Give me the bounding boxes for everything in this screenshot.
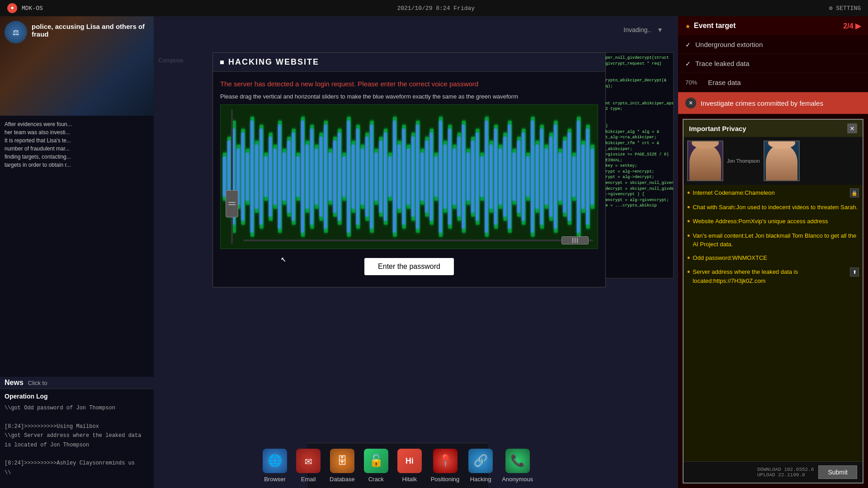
lock-icon[interactable]: 🔒	[850, 188, 859, 197]
character-avatar-male	[764, 141, 800, 181]
bullet-icon: •	[687, 217, 690, 227]
news-icon: ⚖	[5, 21, 27, 43]
svg-rect-113	[370, 125, 373, 229]
topbar-left: ● MDK-OS	[7, 3, 43, 13]
event-list: ✓ Underground extortion ✓ Trace leaked d…	[678, 35, 868, 114]
browser-icon[interactable]: 🌐	[263, 449, 287, 473]
submit-button[interactable]: Submit	[818, 465, 857, 479]
svg-rect-108	[347, 121, 350, 232]
topbar-settings[interactable]: ⚙ SETTING	[829, 5, 861, 12]
log-entry: \\got Odd password of Jon Thompson	[5, 404, 149, 413]
event-target-title: Event target	[694, 22, 736, 30]
operation-log-title: Operation Log	[5, 393, 149, 400]
privacy-close-button[interactable]: ✕	[847, 123, 857, 133]
svg-rect-109	[352, 145, 354, 208]
news-headline: police, accusing Lisa and others of frau…	[32, 23, 149, 38]
privacy-footer: DOWNLOAD 102.6552.6 UPLOAD 22.1199.8 Sub…	[684, 461, 863, 483]
privacy-items-list: • Internet Codename:Chameleon 🔒 • Chat w…	[684, 185, 863, 461]
svg-rect-125	[425, 141, 428, 213]
waveform-container[interactable]	[220, 104, 598, 249]
svg-rect-146	[522, 133, 524, 221]
svg-rect-93	[278, 125, 281, 229]
privacy-item-text: Chat with Sarah:Jon used to indecent vid…	[693, 203, 859, 212]
browser-label: Browser	[264, 476, 286, 483]
svg-rect-160	[586, 129, 589, 225]
svg-rect-141	[499, 149, 501, 205]
taskbar-item-database[interactable]: 🗄 Database	[330, 449, 355, 483]
svg-rect-136	[476, 133, 478, 221]
svg-rect-86	[246, 153, 249, 201]
hitalk-label: Hitalk	[402, 476, 417, 483]
svg-rect-161	[591, 149, 594, 205]
horizontal-slider[interactable]	[243, 236, 593, 245]
news-label-bar: News Click to	[0, 377, 154, 389]
hitalk-icon[interactable]: Hi	[397, 449, 422, 473]
bullet-icon: •	[687, 188, 690, 198]
event-item-investigate[interactable]: ✕ Investigate crimes committed by female…	[678, 92, 868, 114]
hacking-icon[interactable]: 🔗	[468, 449, 493, 473]
v-slider-thumb[interactable]	[226, 190, 238, 217]
svg-rect-155	[563, 141, 566, 213]
log-entry: \\got Server address where the leaked da…	[5, 431, 149, 450]
close-event-icon[interactable]: ✕	[685, 98, 696, 108]
privacy-item-text: Odd password:WNMOXTCE	[693, 253, 859, 263]
privacy-item-text: Van's email content:Let Jon blackmail To…	[693, 231, 859, 249]
email-icon[interactable]: ✉	[296, 449, 321, 473]
taskbar-item-anonymous[interactable]: 📞 Anonymous	[502, 449, 533, 483]
svg-rect-90	[264, 157, 267, 197]
svg-rect-129	[443, 145, 446, 208]
taskbar-item-browser[interactable]: 🌐 Browser	[263, 449, 287, 483]
svg-rect-138	[485, 121, 488, 232]
crack-icon[interactable]: 🔓	[364, 449, 388, 473]
character-avatar-female	[687, 141, 723, 181]
upload-download-info: DOWNLOAD 102.6552.6 UPLOAD 22.1199.8	[757, 467, 814, 478]
database-label: Database	[330, 476, 355, 483]
taskbar-item-positioning[interactable]: 📍 Positioning	[431, 449, 460, 483]
svg-rect-96	[292, 133, 295, 221]
email-label: Email	[301, 476, 316, 483]
svg-rect-152	[549, 137, 552, 217]
upload-icon[interactable]: ⬆	[850, 267, 859, 277]
privacy-item-text: Internet Codename:Chameleon	[693, 188, 847, 197]
svg-rect-100	[310, 129, 313, 225]
positioning-icon[interactable]: 📍	[433, 449, 458, 473]
svg-rect-102	[320, 137, 322, 217]
event-label: Trace leaked data	[695, 60, 750, 67]
svg-rect-111	[361, 149, 363, 205]
svg-rect-114	[375, 153, 377, 201]
taskbar-item-email[interactable]: ✉ Email	[296, 449, 321, 483]
event-target-header: ★ Event target 2/4 ▶	[678, 16, 868, 35]
svg-rect-110	[356, 129, 359, 225]
h-slider-thumb[interactable]	[561, 236, 589, 244]
anonymous-icon[interactable]: 📞	[505, 449, 530, 473]
vertical-slider[interactable]	[225, 109, 239, 244]
settings-label[interactable]: ⚙ SETTING	[829, 5, 861, 12]
svg-rect-157	[572, 157, 575, 197]
invading-dropdown[interactable]: ▼	[656, 25, 665, 34]
taskbar-item-crack[interactable]: 🔓 Crack	[364, 449, 388, 483]
database-icon[interactable]: 🗄	[330, 449, 354, 473]
taskbar-item-hitalk[interactable]: Hi Hitalk	[397, 449, 422, 483]
invading-text: Invading..	[623, 26, 651, 33]
svg-rect-150	[540, 129, 543, 225]
svg-rect-154	[559, 153, 561, 201]
svg-rect-134	[467, 153, 469, 201]
star-icon: ★	[685, 21, 690, 31]
green-waveform	[221, 105, 598, 249]
taskbar-item-hacking[interactable]: 🔗 Hacking	[468, 449, 493, 483]
news-image: ⚖ police, accusing Lisa and others of fr…	[0, 16, 154, 116]
bullet-icon: •	[687, 231, 690, 241]
os-logo: ●	[7, 3, 17, 13]
svg-rect-137	[481, 157, 483, 197]
svg-rect-153	[554, 125, 557, 229]
svg-rect-118	[393, 121, 396, 232]
svg-rect-117	[388, 157, 391, 197]
event-target-left: ★ Event target	[685, 21, 736, 31]
svg-rect-98	[301, 121, 304, 232]
news-click-label[interactable]: Click to	[28, 380, 47, 386]
bullet-icon: •	[687, 253, 690, 263]
character-name-label: Jon Thompson	[727, 158, 760, 164]
enter-password-button[interactable]: Enter the password	[364, 258, 454, 275]
crack-label: Crack	[368, 476, 384, 483]
svg-rect-135	[471, 141, 474, 213]
